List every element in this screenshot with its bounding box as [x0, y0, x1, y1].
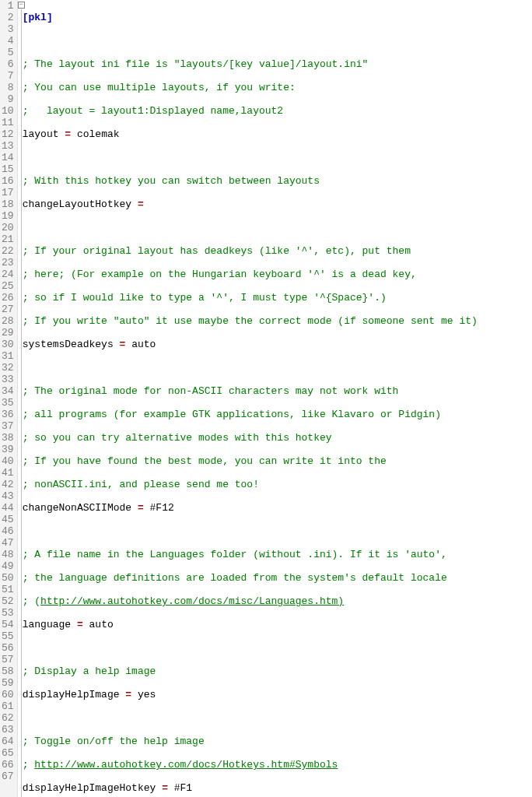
line-number: 27 [2, 304, 14, 315]
line-number: 62 [2, 712, 14, 724]
line-number: 41 [2, 467, 14, 479]
comment: ; You can use multiple layouts, if you w… [23, 82, 296, 93]
comment: ; so you can try alternative modes with … [23, 432, 332, 444]
line-number: 53 [2, 607, 14, 619]
line-number: 52 [2, 595, 14, 607]
prop-key: displayHelpImage [23, 689, 120, 700]
section-header: [pkl] [23, 12, 53, 23]
line-number: 61 [2, 700, 14, 712]
line-number: 11 [2, 117, 14, 128]
comment: ; Display a help image [23, 665, 156, 677]
line-number: 19 [2, 210, 14, 222]
line-number: 50 [2, 572, 14, 584]
prop-key: displayHelpImageHotkey [23, 782, 156, 794]
comment: ; If you write "auto" it use maybe the c… [23, 315, 478, 327]
line-number: 14 [2, 152, 14, 163]
line-number: 12 [2, 128, 14, 140]
equals-op: = [162, 782, 168, 794]
line-number: 57 [2, 654, 14, 665]
line-number: 22 [2, 245, 14, 257]
prop-key: layout [23, 128, 59, 140]
line-number-gutter: 1234567891011121314151617181920212223242… [0, 0, 18, 797]
line-number: 58 [2, 665, 14, 677]
line-number: 28 [2, 315, 14, 327]
line-number: 34 [2, 385, 14, 397]
line-number: 17 [2, 187, 14, 198]
code-editor: 1234567891011121314151617181920212223242… [0, 0, 532, 797]
line-number: 37 [2, 420, 14, 432]
line-number: 20 [2, 222, 14, 233]
line-number: 39 [2, 444, 14, 455]
prop-val: yes [138, 689, 156, 700]
comment: ; If you have found the best mode, you c… [23, 455, 387, 467]
line-number: 33 [2, 374, 14, 385]
line-number: 9 [2, 93, 14, 105]
comment: ; so if I would like to type a '^', I mu… [23, 292, 387, 304]
line-number: 18 [2, 198, 14, 210]
comment: ; The layout ini file is "layouts/[key v… [23, 58, 369, 70]
line-number: 32 [2, 362, 14, 374]
line-number: 26 [2, 292, 14, 304]
url-link[interactable]: http://www.autohotkey.com/docs/Hotkeys.h… [34, 759, 338, 771]
equals-op: = [125, 689, 131, 700]
line-number: 42 [2, 479, 14, 490]
prop-val: colemak [77, 128, 120, 140]
prop-key: systemsDeadkeys [23, 339, 114, 350]
equals-op: = [77, 619, 83, 630]
comment: ; A file name in the Languages folder (w… [23, 549, 447, 560]
line-number: 30 [2, 339, 14, 350]
line-number: 49 [2, 560, 14, 572]
line-number: 40 [2, 455, 14, 467]
equals-op: = [138, 502, 144, 514]
equals-op: = [138, 198, 144, 210]
line-number: 36 [2, 409, 14, 420]
line-number: 64 [2, 736, 14, 747]
fold-toggle-icon[interactable]: − [18, 2, 25, 9]
equals-op: = [120, 339, 126, 350]
comment: ; the language definitions are loaded fr… [23, 572, 447, 584]
line-number: 5 [2, 47, 14, 58]
line-number: 38 [2, 432, 14, 444]
comment: ; The original mode for non-ASCII charac… [23, 385, 399, 397]
line-number: 45 [2, 514, 14, 525]
line-number: 66 [2, 759, 14, 771]
line-number: 56 [2, 642, 14, 654]
fold-guide [21, 9, 22, 797]
line-number: 55 [2, 630, 14, 642]
line-number: 35 [2, 397, 14, 409]
line-number: 43 [2, 490, 14, 502]
line-number: 47 [2, 537, 14, 549]
line-number: 2 [2, 12, 14, 23]
line-number: 10 [2, 105, 14, 117]
line-number: 51 [2, 584, 14, 595]
comment: ; If your original layout has deadkeys (… [23, 245, 411, 257]
line-number: 25 [2, 280, 14, 292]
comment: ; [23, 759, 35, 771]
comment: ; layout = layout1:Displayed name,layout… [23, 105, 283, 117]
fold-column: − [18, 0, 21, 797]
code-content[interactable]: [pkl] ; The layout ini file is "layouts/… [21, 0, 532, 797]
line-number: 46 [2, 525, 14, 537]
line-number: 24 [2, 269, 14, 280]
line-number: 15 [2, 163, 14, 175]
line-number: 31 [2, 350, 14, 362]
line-number: 23 [2, 257, 14, 269]
line-number: 44 [2, 502, 14, 514]
prop-val: #F12 [150, 502, 174, 514]
comment: ; all programs (for example GTK applicat… [23, 409, 441, 420]
prop-val: #F1 [174, 782, 192, 794]
comment: ; here; (For example on the Hungarian ke… [23, 269, 417, 280]
line-number: 29 [2, 327, 14, 339]
line-number: 60 [2, 689, 14, 700]
url-link[interactable]: http://www.autohotkey.com/docs/misc/Lang… [40, 595, 344, 607]
comment: ; Toggle on/off the help image [23, 736, 205, 747]
prop-key: language [23, 619, 71, 630]
prop-val: auto [131, 339, 156, 350]
line-number: 7 [2, 70, 14, 82]
line-number: 59 [2, 677, 14, 689]
line-number: 65 [2, 747, 14, 759]
line-number: 4 [2, 35, 14, 47]
equals-op: = [65, 128, 71, 140]
line-number: 67 [2, 771, 14, 782]
prop-key: changeLayoutHotkey [23, 198, 131, 210]
